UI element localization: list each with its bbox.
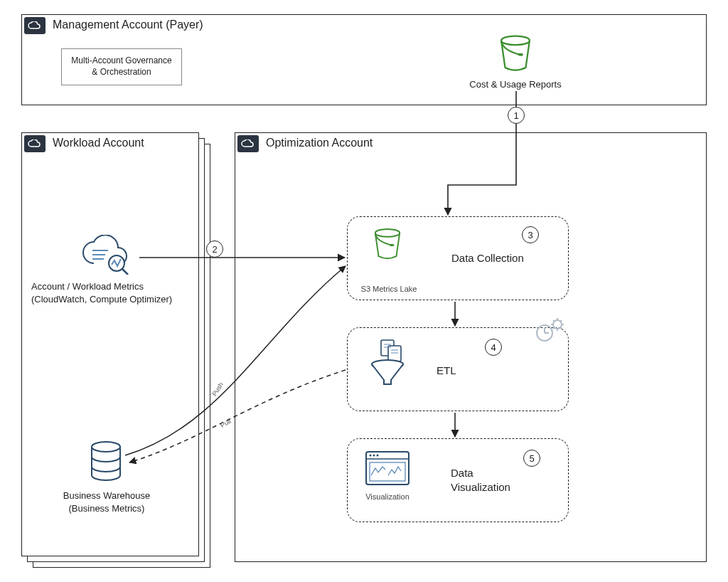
visualization-icon-label: Visualization — [364, 492, 411, 501]
workload-metrics-label: Account / Workload Metrics (CloudWatch, … — [31, 280, 192, 305]
pull-label: Pull — [220, 418, 232, 429]
cloud-icon — [24, 135, 46, 152]
step-3-badge: 3 — [522, 226, 539, 243]
svg-point-31 — [370, 455, 372, 457]
svg-line-26 — [560, 327, 562, 329]
management-account-title: Management Account (Payer) — [53, 18, 203, 31]
svg-rect-29 — [366, 452, 409, 485]
s3-metrics-lake-label: S3 Metrics Lake — [358, 285, 419, 293]
step-5-badge: 5 — [523, 450, 540, 467]
push-label: Push — [211, 381, 225, 398]
step-2-badge: 2 — [206, 240, 223, 258]
optimization-account-title: Optimization Account — [266, 137, 373, 149]
warehouse-label: Business Warehouse (Business Metrics) — [43, 490, 171, 514]
svg-line-6 — [122, 269, 128, 275]
svg-point-32 — [373, 455, 375, 457]
dashboard-icon — [365, 451, 410, 490]
cloud-icon — [237, 135, 259, 152]
database-icon — [88, 441, 124, 487]
cloud-icon — [24, 17, 46, 34]
svg-line-25 — [553, 320, 555, 322]
governance-box: Multi-Account Governance & Orchestration — [61, 48, 182, 85]
svg-point-0 — [501, 36, 530, 46]
cur-label: Cost & Usage Reports — [455, 78, 576, 91]
svg-rect-11 — [388, 346, 401, 361]
data-collection-title: Data Collection — [451, 252, 524, 264]
svg-line-28 — [560, 320, 562, 322]
visualization-title: Data Visualization — [451, 466, 510, 495]
svg-point-8 — [375, 229, 400, 237]
svg-point-33 — [377, 455, 379, 457]
workload-account-title: Workload Account — [53, 137, 144, 149]
schedule-gear-icon — [535, 317, 566, 346]
s3-bucket-icon — [370, 226, 405, 265]
step-4-badge: 4 — [485, 339, 502, 356]
funnel-icon — [367, 339, 408, 388]
etl-title: ETL — [437, 364, 456, 376]
svg-line-27 — [553, 327, 555, 329]
s3-bucket-icon — [495, 33, 536, 77]
cloud-metrics-icon — [78, 235, 135, 277]
svg-point-7 — [92, 442, 120, 452]
step-1-badge: 1 — [508, 107, 525, 124]
